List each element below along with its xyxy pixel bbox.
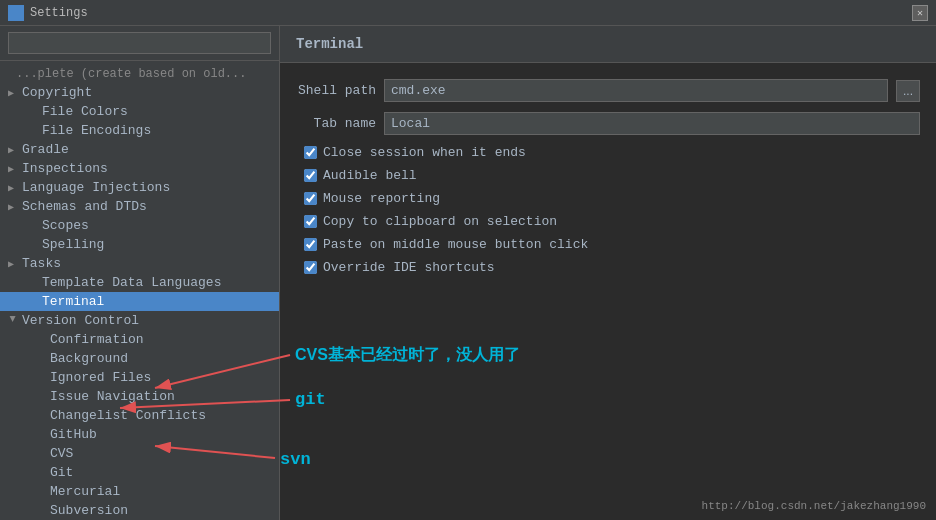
sidebar-item-truncated[interactable]: ...plete (create based on old... (0, 65, 279, 83)
tab-name-row: Tab name (296, 112, 920, 135)
sidebar-item-schemas-and-dtds[interactable]: ▶Schemas and DTDs (0, 197, 279, 216)
content-title: Terminal (280, 26, 936, 63)
tab-name-input[interactable] (384, 112, 920, 135)
shell-path-label: Shell path (296, 83, 376, 98)
checkbox-audible-bell[interactable] (304, 169, 317, 182)
shell-path-browse-button[interactable]: ... (896, 80, 920, 102)
checkbox-label-copy-clipboard: Copy to clipboard on selection (323, 214, 557, 229)
checkboxes-container: Close session when it ends Audible bell … (296, 145, 920, 275)
sidebar-item-issue-navigation[interactable]: Issue Navigation (0, 387, 279, 406)
checkbox-label-close-session: Close session when it ends (323, 145, 526, 160)
sidebar-item-github[interactable]: GitHub (0, 425, 279, 444)
sidebar-item-background[interactable]: Background (0, 349, 279, 368)
sidebar-item-confirmation[interactable]: Confirmation (0, 330, 279, 349)
checkbox-paste-middle[interactable] (304, 238, 317, 251)
sidebar-item-copyright[interactable]: ▶Copyright (0, 83, 279, 102)
arrow-icon: ▶ (8, 201, 18, 213)
sidebar-item-language-injections[interactable]: ▶Language Injections (0, 178, 279, 197)
checkbox-override-ide[interactable] (304, 261, 317, 274)
nav-item-label: Confirmation (50, 332, 144, 347)
nav-item-label: Language Injections (22, 180, 170, 195)
checkbox-mouse-reporting[interactable] (304, 192, 317, 205)
content-body: Shell path ... Tab name Close session wh… (280, 63, 936, 299)
search-input[interactable] (8, 32, 271, 54)
checkbox-row-audible-bell: Audible bell (296, 168, 920, 183)
settings-icon (8, 5, 24, 21)
checkbox-close-session[interactable] (304, 146, 317, 159)
checkbox-label-audible-bell: Audible bell (323, 168, 417, 183)
sidebar-item-gradle[interactable]: ▶Gradle (0, 140, 279, 159)
nav-item-label: GitHub (50, 427, 97, 442)
shell-path-input[interactable] (384, 79, 888, 102)
truncated-label: ...plete (create based on old... (16, 67, 246, 81)
sidebar-item-changelist-conflicts[interactable]: Changelist Conflicts (0, 406, 279, 425)
sidebar-item-tasks[interactable]: ▶Tasks (0, 254, 279, 273)
nav-item-label: Template Data Languages (42, 275, 221, 290)
title-bar: Settings ✕ (0, 0, 936, 26)
checkbox-label-override-ide: Override IDE shortcuts (323, 260, 495, 275)
sidebar-item-cvs[interactable]: CVS (0, 444, 279, 463)
search-bar (0, 26, 279, 61)
nav-item-label: Issue Navigation (50, 389, 175, 404)
checkbox-row-paste-middle: Paste on middle mouse button click (296, 237, 920, 252)
nav-item-label: File Encodings (42, 123, 151, 138)
nav-item-label: File Colors (42, 104, 128, 119)
sidebar-item-file-encodings[interactable]: File Encodings (0, 121, 279, 140)
checkbox-label-paste-middle: Paste on middle mouse button click (323, 237, 588, 252)
sidebar: ...plete (create based on old...▶Copyrig… (0, 26, 280, 520)
nav-item-label: CVS (50, 446, 73, 461)
nav-item-label: Changelist Conflicts (50, 408, 206, 423)
checkbox-row-mouse-reporting: Mouse reporting (296, 191, 920, 206)
arrow-icon: ▶ (8, 258, 18, 270)
arrow-icon: ▶ (7, 316, 19, 326)
nav-item-label: Ignored Files (50, 370, 151, 385)
nav-item-label: Inspections (22, 161, 108, 176)
arrow-icon: ▶ (8, 87, 18, 99)
sidebar-item-git[interactable]: Git (0, 463, 279, 482)
title-bar-left: Settings (8, 5, 88, 21)
arrow-icon: ▶ (8, 144, 18, 156)
sidebar-item-template-data-languages[interactable]: Template Data Languages (0, 273, 279, 292)
nav-list: ...plete (create based on old...▶Copyrig… (0, 61, 279, 520)
close-button[interactable]: ✕ (912, 5, 928, 21)
nav-item-label: Spelling (42, 237, 104, 252)
sidebar-item-scopes[interactable]: Scopes (0, 216, 279, 235)
sidebar-item-version-control[interactable]: ▶Version Control (0, 311, 279, 330)
nav-item-label: Mercurial (50, 484, 120, 499)
nav-item-label: Gradle (22, 142, 69, 157)
sidebar-item-file-colors[interactable]: File Colors (0, 102, 279, 121)
sidebar-item-inspections[interactable]: ▶Inspections (0, 159, 279, 178)
sidebar-item-subversion[interactable]: Subversion (0, 501, 279, 520)
nav-item-label: Version Control (22, 313, 139, 328)
tab-name-label: Tab name (296, 116, 376, 131)
nav-item-label: Git (50, 465, 73, 480)
watermark: http://blog.csdn.net/jakezhang1990 (702, 500, 926, 512)
arrow-icon: ▶ (8, 163, 18, 175)
content-panel: Terminal Shell path ... Tab name Close s… (280, 26, 936, 520)
sidebar-item-spelling[interactable]: Spelling (0, 235, 279, 254)
sidebar-item-ignored-files[interactable]: Ignored Files (0, 368, 279, 387)
main-container: ...plete (create based on old...▶Copyrig… (0, 26, 936, 520)
nav-item-label: Schemas and DTDs (22, 199, 147, 214)
sidebar-item-terminal[interactable]: Terminal (0, 292, 279, 311)
arrow-icon: ▶ (8, 182, 18, 194)
nav-item-label: Tasks (22, 256, 61, 271)
checkbox-row-close-session: Close session when it ends (296, 145, 920, 160)
nav-item-label: Copyright (22, 85, 92, 100)
checkbox-copy-clipboard[interactable] (304, 215, 317, 228)
nav-item-label: Terminal (42, 294, 104, 309)
shell-path-row: Shell path ... (296, 79, 920, 102)
checkbox-row-copy-clipboard: Copy to clipboard on selection (296, 214, 920, 229)
window-title: Settings (30, 6, 88, 20)
sidebar-item-mercurial[interactable]: Mercurial (0, 482, 279, 501)
checkbox-row-override-ide: Override IDE shortcuts (296, 260, 920, 275)
checkbox-label-mouse-reporting: Mouse reporting (323, 191, 440, 206)
nav-item-label: Subversion (50, 503, 128, 518)
nav-item-label: Background (50, 351, 128, 366)
nav-item-label: Scopes (42, 218, 89, 233)
